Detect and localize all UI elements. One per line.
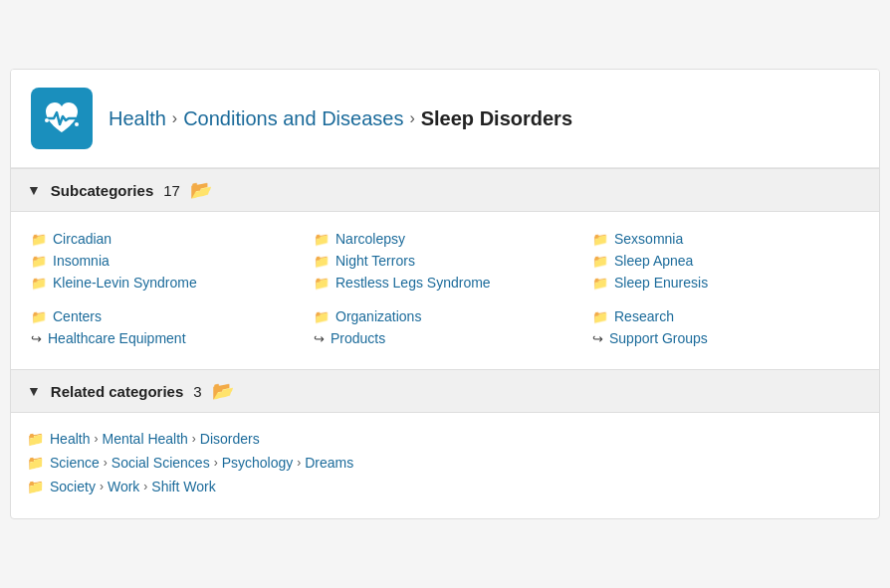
related-dreams-link[interactable]: Dreams xyxy=(305,455,353,471)
logo-container xyxy=(31,88,93,149)
svg-point-0 xyxy=(75,122,79,126)
breadcrumb: Health › Conditions and Diseases › Sleep… xyxy=(109,107,572,130)
folder-icon: 📁 xyxy=(314,309,330,324)
list-item: 📁 Night Terrors xyxy=(314,250,576,272)
subcategory-col-1: 📁 Circadian 📁 Insomnia 📁 Kleine-Levin Sy… xyxy=(27,228,306,361)
health-logo-icon xyxy=(38,95,86,142)
related-psychology-link[interactable]: Psychology xyxy=(222,455,294,471)
kleine-levin-link[interactable]: Kleine-Levin Syndrome xyxy=(53,275,197,291)
sexsomnia-link[interactable]: Sexsomnia xyxy=(614,231,683,247)
related-path-3: Society › Work › Shift Work xyxy=(50,479,216,494)
healthcare-equipment-link[interactable]: Healthcare Equipment xyxy=(48,330,186,346)
products-link[interactable]: Products xyxy=(331,330,385,346)
subcategories-title: Subcategories xyxy=(51,182,153,199)
subcategory-group-2-2: 📁 Organizations ↪ Products xyxy=(314,305,576,349)
related-folder-icon-1: 📁 xyxy=(27,431,44,447)
subcategories-grid: 📁 Circadian 📁 Insomnia 📁 Kleine-Levin Sy… xyxy=(11,212,879,369)
breadcrumb-current: Sleep Disorders xyxy=(421,107,572,130)
list-item: 📁 Circadian xyxy=(31,228,298,250)
restless-legs-link[interactable]: Restless Legs Syndrome xyxy=(335,275,491,291)
subcategories-folder-icon: 📂 xyxy=(190,179,212,201)
subcategory-col-3: 📁 Sexsomnia 📁 Sleep Apnea 📁 Sleep Enures… xyxy=(584,228,863,361)
redirect-icon: ↪ xyxy=(31,331,42,346)
folder-icon: 📁 xyxy=(31,309,47,324)
subcategory-group-1-2: 📁 Centers ↪ Healthcare Equipment xyxy=(31,305,298,349)
folder-icon: 📁 xyxy=(592,232,608,247)
path-sep: › xyxy=(214,456,218,470)
subcategories-header[interactable]: ▼ Subcategories 17 📂 xyxy=(11,169,879,212)
list-item: 📁 Sexsomnia xyxy=(592,228,855,250)
list-item: 📁 Organizations xyxy=(314,305,576,327)
related-path-2: Science › Social Sciences › Psychology ›… xyxy=(50,455,353,471)
breadcrumb-health[interactable]: Health xyxy=(109,107,166,130)
list-item: 📁 Narcolepsy xyxy=(314,228,576,250)
subcategory-group-3-1: 📁 Sexsomnia 📁 Sleep Apnea 📁 Sleep Enures… xyxy=(592,228,855,294)
list-item: 📁 Sleep Enuresis xyxy=(592,272,855,294)
related-social-sciences-link[interactable]: Social Sciences xyxy=(111,455,210,471)
list-item: ↪ Healthcare Equipment xyxy=(31,327,298,349)
folder-icon: 📁 xyxy=(314,232,330,247)
related-categories-header[interactable]: ▼ Related categories 3 📂 xyxy=(11,370,879,413)
research-link[interactable]: Research xyxy=(614,308,674,324)
folder-icon: 📁 xyxy=(314,254,330,269)
page-container: Health › Conditions and Diseases › Sleep… xyxy=(10,69,880,519)
related-path-1: Health › Mental Health › Disorders xyxy=(50,431,260,447)
related-folder-icon: 📂 xyxy=(212,380,234,402)
path-sep: › xyxy=(192,432,196,446)
sleep-apnea-link[interactable]: Sleep Apnea xyxy=(614,253,693,269)
related-list: 📁 Health › Mental Health › Disorders 📁 S… xyxy=(11,413,879,518)
sleep-enuresis-link[interactable]: Sleep Enuresis xyxy=(614,275,708,291)
folder-icon: 📁 xyxy=(314,276,330,291)
subcategory-group-2-1: 📁 Narcolepsy 📁 Night Terrors 📁 Restless … xyxy=(314,228,576,294)
folder-icon: 📁 xyxy=(592,309,608,324)
related-science-link[interactable]: Science xyxy=(50,455,100,471)
narcolepsy-link[interactable]: Narcolepsy xyxy=(335,231,405,247)
list-item: 📁 Research xyxy=(592,305,855,327)
breadcrumb-sep-2: › xyxy=(409,109,414,127)
list-item: 📁 Sleep Apnea xyxy=(592,250,855,272)
organizations-link[interactable]: Organizations xyxy=(335,308,421,324)
breadcrumb-conditions[interactable]: Conditions and Diseases xyxy=(183,107,403,130)
related-shift-work-link[interactable]: Shift Work xyxy=(151,479,215,494)
path-sep: › xyxy=(94,432,98,446)
folder-icon: 📁 xyxy=(31,232,47,247)
redirect-icon: ↪ xyxy=(314,331,325,346)
related-work-link[interactable]: Work xyxy=(108,479,139,494)
header: Health › Conditions and Diseases › Sleep… xyxy=(11,70,879,168)
related-mental-health-link[interactable]: Mental Health xyxy=(102,431,187,447)
list-item: 📁 Centers xyxy=(31,305,298,327)
related-society-link[interactable]: Society xyxy=(50,479,96,494)
related-disorders-link[interactable]: Disorders xyxy=(200,431,260,447)
path-sep: › xyxy=(297,456,301,470)
centers-link[interactable]: Centers xyxy=(53,308,102,324)
support-groups-link[interactable]: Support Groups xyxy=(609,330,708,346)
folder-icon: 📁 xyxy=(592,254,608,269)
related-folder-icon-3: 📁 xyxy=(27,479,44,494)
circadian-link[interactable]: Circadian xyxy=(53,231,111,247)
path-sep: › xyxy=(100,480,104,493)
svg-point-1 xyxy=(45,118,49,122)
insomnia-link[interactable]: Insomnia xyxy=(53,253,110,269)
related-folder-icon-2: 📁 xyxy=(27,455,44,471)
related-categories-title: Related categories xyxy=(51,383,183,400)
list-item: 📁 Restless Legs Syndrome xyxy=(314,272,576,294)
path-sep: › xyxy=(104,456,108,470)
related-toggle-icon: ▼ xyxy=(27,383,41,399)
related-item-3: 📁 Society › Work › Shift Work xyxy=(27,475,863,498)
related-item-2: 📁 Science › Social Sciences › Psychology… xyxy=(27,451,863,475)
breadcrumb-sep-1: › xyxy=(172,109,177,127)
subcategory-col-2: 📁 Narcolepsy 📁 Night Terrors 📁 Restless … xyxy=(306,228,584,361)
folder-icon: 📁 xyxy=(31,254,47,269)
night-terrors-link[interactable]: Night Terrors xyxy=(335,253,415,269)
folder-icon: 📁 xyxy=(31,276,47,291)
related-categories-count: 3 xyxy=(193,383,201,400)
subcategory-group-3-2: 📁 Research ↪ Support Groups xyxy=(592,305,855,349)
list-item: 📁 Kleine-Levin Syndrome xyxy=(31,272,298,294)
subcategories-section: ▼ Subcategories 17 📂 📁 Circadian 📁 Insom… xyxy=(11,168,879,369)
related-health-link[interactable]: Health xyxy=(50,431,90,447)
subcategory-group-1-1: 📁 Circadian 📁 Insomnia 📁 Kleine-Levin Sy… xyxy=(31,228,298,294)
path-sep: › xyxy=(143,480,147,493)
list-item: ↪ Products xyxy=(314,327,576,349)
related-categories-section: ▼ Related categories 3 📂 📁 Health › Ment… xyxy=(11,369,879,518)
folder-icon: 📁 xyxy=(592,276,608,291)
